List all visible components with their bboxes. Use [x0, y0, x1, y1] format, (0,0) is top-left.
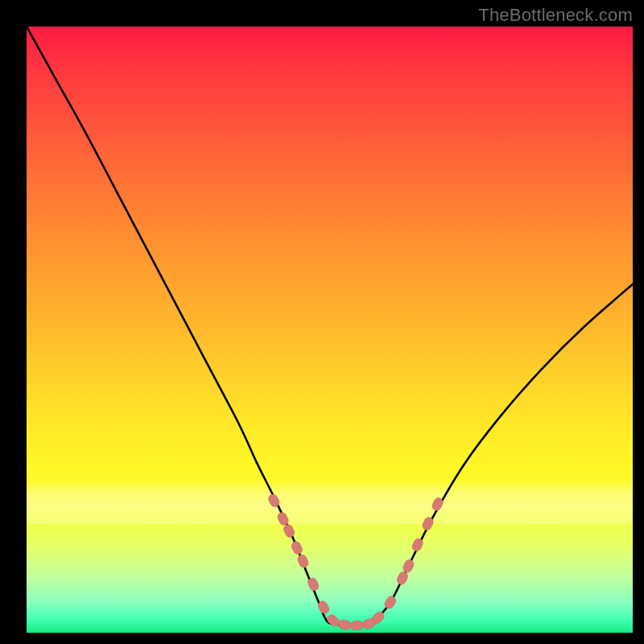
valley-marker — [283, 523, 296, 539]
valley-marker — [291, 540, 304, 555]
curve-path — [27, 27, 633, 625]
watermark-text: TheBottleneck.com — [478, 5, 633, 26]
plot-area — [27, 27, 633, 633]
valley-markers — [267, 493, 444, 630]
valley-marker — [296, 554, 310, 569]
valley-marker — [337, 619, 352, 630]
bottleneck-curve — [27, 27, 633, 625]
valley-marker — [395, 571, 409, 586]
valley-marker — [350, 621, 364, 630]
valley-marker — [402, 559, 415, 574]
curve-layer — [27, 27, 633, 633]
chart-frame: TheBottleneck.com — [0, 0, 644, 644]
